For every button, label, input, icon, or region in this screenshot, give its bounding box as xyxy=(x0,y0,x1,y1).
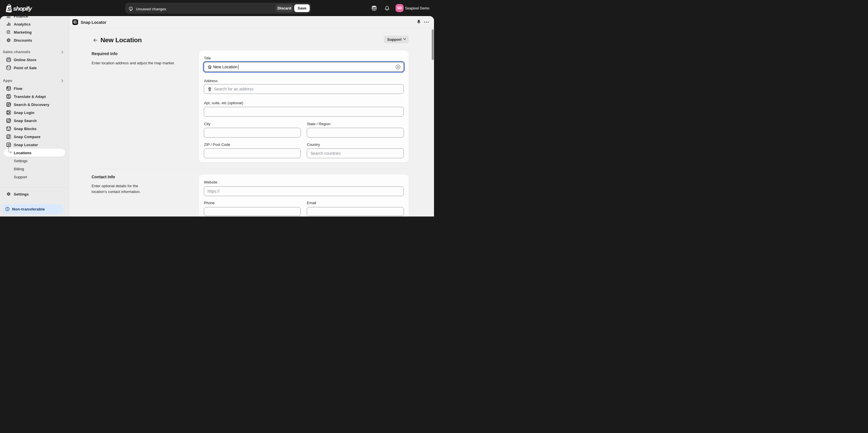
svg-text:S: S xyxy=(7,6,11,12)
